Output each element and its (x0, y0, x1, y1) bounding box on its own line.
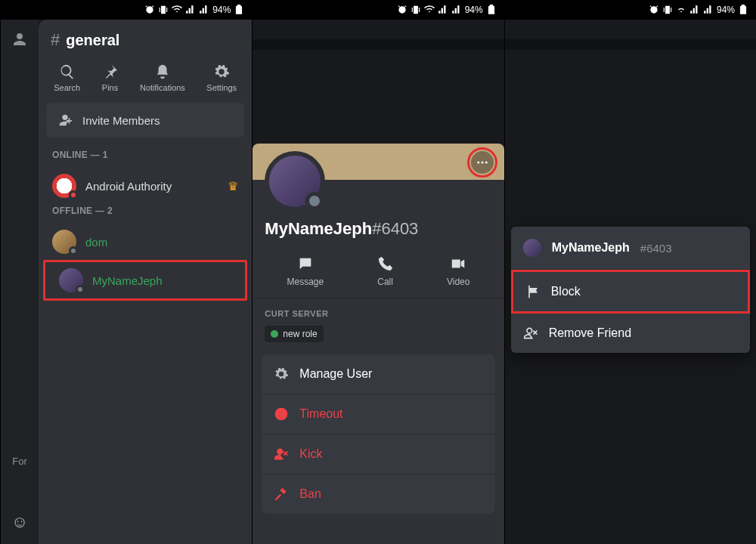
role-chip[interactable]: new role (265, 326, 323, 342)
avatar (52, 230, 76, 254)
notifications-button[interactable]: Notifications (140, 63, 185, 92)
manage-user-button[interactable]: Manage User (262, 354, 494, 394)
battery-icon (486, 5, 497, 15)
channel-toolbar: Search Pins Notifications Settings (39, 59, 252, 103)
clock-icon (274, 406, 289, 422)
more-button[interactable] (471, 151, 494, 174)
user-remove-icon (523, 326, 538, 341)
server-section-label: CURT SERVER (253, 298, 503, 326)
svg-point-2 (485, 162, 487, 164)
search-icon (59, 63, 76, 80)
signal-icon (438, 5, 448, 15)
video-button[interactable]: Video (447, 255, 469, 287)
signal-icon (185, 5, 196, 15)
battery-icon (234, 5, 244, 15)
gear-icon (213, 63, 230, 80)
profile-avatar[interactable] (265, 151, 325, 212)
settings-button[interactable]: Settings (206, 63, 237, 92)
status-bar: 94% (253, 0, 503, 20)
for-label: For (12, 456, 27, 467)
vibrate-icon (662, 5, 673, 15)
role-color-dot (271, 330, 278, 338)
screenshot-1: 94% For ☺ # general Search Pins Notifica… (0, 0, 252, 544)
vibrate-icon (158, 5, 169, 15)
flag-icon (525, 284, 541, 299)
video-icon (450, 255, 466, 272)
battery-percent: 94% (212, 5, 231, 15)
vibrate-icon (411, 5, 421, 15)
member-android-authority[interactable]: Android Authority ♛ (39, 168, 252, 204)
member-mynamejeph[interactable]: MyNameJeph (45, 262, 245, 298)
call-icon (377, 255, 394, 272)
member-list-panel: # general Search Pins Notifications Sett… (39, 20, 252, 544)
hammer-icon (274, 487, 289, 502)
profile-banner (253, 144, 503, 180)
add-user-icon (57, 112, 73, 128)
status-bar: 94% (1, 0, 252, 20)
profile-sheet: MyNameJeph#6403 Message Call Video CURT … (253, 144, 503, 544)
wifi-icon (676, 5, 686, 15)
message-icon (297, 255, 314, 272)
signal-icon (689, 5, 700, 15)
battery-percent: 94% (717, 5, 735, 15)
gear-icon (274, 366, 289, 382)
member-dom[interactable]: dom (39, 224, 252, 260)
channel-name: general (66, 32, 119, 49)
alarm-icon (397, 5, 407, 15)
admin-options: Manage User Timeout Kick Ban (262, 354, 494, 514)
wifi-icon (424, 5, 435, 15)
svg-point-0 (477, 162, 479, 164)
ban-button[interactable]: Ban (262, 474, 494, 514)
invite-members-button[interactable]: Invite Members (46, 103, 244, 138)
hash-icon: # (51, 30, 60, 50)
popup-header: MyNameJeph#6403 (511, 227, 750, 270)
battery-percent: 94% (465, 5, 483, 15)
kick-button[interactable]: Kick (262, 434, 494, 474)
section-offline: OFFLINE — 2 (39, 204, 252, 224)
timeout-button[interactable]: Timeout (262, 394, 494, 434)
search-button[interactable]: Search (54, 63, 80, 92)
profile-actions: Message Call Video (253, 249, 503, 298)
more-icon (476, 156, 489, 169)
crown-icon: ♛ (228, 179, 238, 193)
alarm-icon (649, 5, 659, 15)
message-button[interactable]: Message (287, 255, 324, 287)
pins-button[interactable]: Pins (102, 63, 119, 92)
battery-icon (738, 5, 748, 15)
screenshot-2: 94% #general Search Pins Notifications S… (252, 0, 503, 544)
svg-point-1 (481, 162, 483, 164)
section-online: ONLINE — 1 (39, 148, 252, 168)
user-remove-icon (274, 447, 289, 462)
highlight-box: MyNameJeph (43, 260, 247, 301)
block-button[interactable]: Block (511, 270, 750, 314)
signal-icon-2 (451, 5, 462, 15)
call-button[interactable]: Call (377, 255, 394, 287)
more-menu-popup: MyNameJeph#6403 Block Remove Friend (511, 227, 750, 353)
avatar (59, 268, 83, 292)
signal-icon-2 (703, 5, 714, 15)
bell-icon (154, 63, 171, 80)
members-icon[interactable] (11, 30, 29, 48)
signal-icon-2 (199, 5, 209, 15)
wifi-icon (172, 5, 182, 15)
status-bar: 94% (505, 0, 756, 20)
alarm-icon (144, 5, 155, 15)
emoji-icon[interactable]: ☺ (11, 512, 28, 532)
avatar-small (523, 239, 541, 257)
screenshot-3: 94% #general Search Pins Notifications S… (504, 0, 756, 544)
remove-friend-button[interactable]: Remove Friend (511, 314, 750, 353)
left-rail: For ☺ (1, 20, 39, 544)
avatar (52, 174, 76, 198)
pin-icon (102, 63, 119, 80)
channel-header[interactable]: # general (39, 30, 252, 59)
